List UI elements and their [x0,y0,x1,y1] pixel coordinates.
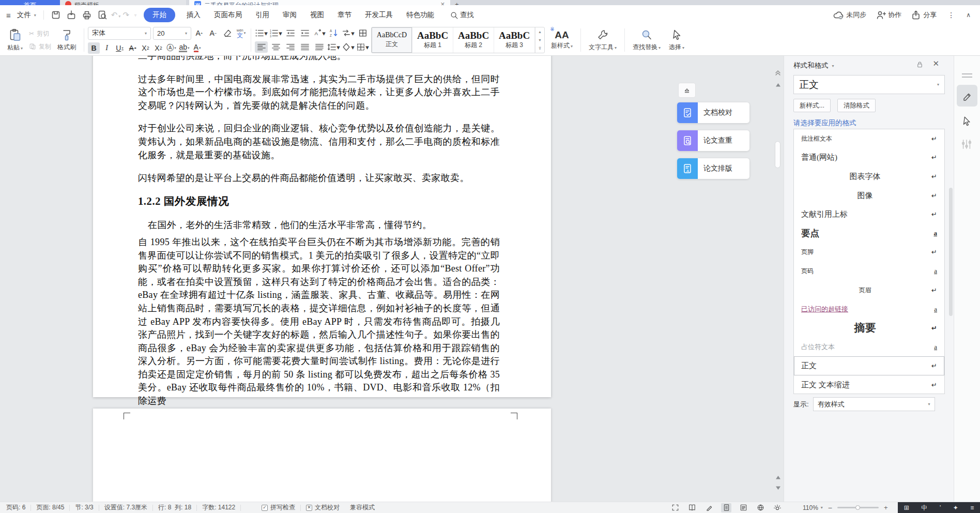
eye-protect-icon[interactable] [772,503,783,512]
doc-proofread-button[interactable]: 文档校对 [677,102,749,123]
file-menu-button[interactable]: 文件▾ [14,8,39,22]
clear-format-button[interactable] [221,27,233,39]
style-item[interactable]: 页码a [794,262,944,281]
menu-tab-9[interactable]: 特色功能 [404,8,436,22]
document-scrollbar[interactable] [773,56,783,502]
tab-docer[interactable]: 稻壳模板 [60,0,186,5]
document-page[interactable]: 二手商品的供应地，而下沉市场正在成为流入地。过去多年时间里，中国电商发展非常迅速… [93,56,551,397]
select-tool-button[interactable] [961,116,972,127]
spell-check-toggle[interactable]: ✓拼写检查 [256,503,300,512]
zoom-out-button[interactable]: − [828,504,832,512]
style-item[interactable]: 摘要↵ [794,319,944,338]
save-button[interactable] [50,9,62,21]
text-tool-button[interactable]: 文字工具▾ [585,26,621,54]
ink-mode-icon[interactable] [704,503,714,512]
ime-tools-icon[interactable]: ✦ [953,505,958,511]
gallery-more-icon[interactable]: ⊽ [535,44,544,53]
customize-toolbar-icon[interactable]: ▿ [134,13,136,18]
previous-page-icon[interactable] [775,476,781,479]
numbered-list-button[interactable]: 123▾ [269,27,282,39]
new-tab-button[interactable]: + [455,1,459,5]
print-preview-button[interactable] [96,9,109,21]
sort-button[interactable]: AZ [327,27,340,39]
line-spacing-button[interactable]: ▾ [327,41,340,53]
format-painter-button[interactable]: 格式刷 [53,26,80,54]
undo-button[interactable]: ↶▾ [111,10,121,20]
sync-status-button[interactable]: 未同步 [830,10,869,20]
collapse-assistant-button[interactable] [678,83,696,98]
menu-tab-5[interactable]: 审阅 [281,8,299,22]
distribute-button[interactable] [313,41,326,53]
ime-chinese-mode-icon[interactable]: 中 [921,505,927,511]
justify-button[interactable] [298,41,311,53]
ime-language-bar[interactable]: ⊞ 中 ’ ✦ ≡ [898,502,980,513]
style-item[interactable]: 图表字体↵ [794,167,944,186]
zoom-in-button[interactable]: + [884,504,888,511]
gallery-scroll-up-icon[interactable]: ▲ [535,27,544,36]
settings-sliders-icon[interactable] [961,139,972,150]
decrease-font-button[interactable]: A− [207,27,219,39]
shading-button[interactable]: ▾ [342,41,355,53]
style-item[interactable]: 要点a [794,224,944,243]
collaborate-button[interactable]: 协作 [873,10,904,20]
style-gallery-cell[interactable]: AaBbC标题 1 [412,27,453,53]
borders-button[interactable]: ▾ [356,41,369,53]
style-item[interactable]: 页脚↵ [794,243,944,262]
tab-table-button[interactable] [356,27,369,39]
show-styles-select[interactable]: 有效样式▾ [813,397,935,411]
next-page-icon[interactable] [775,486,781,490]
highlight-button[interactable]: ab▾ [178,42,190,54]
underline-button[interactable]: U▾ [114,42,126,54]
style-item[interactable]: 正文 文本缩进↵ [794,375,944,394]
show-marks-button[interactable]: ▾ [342,27,355,39]
ime-punctuation-icon[interactable]: ’ [940,505,941,511]
style-gallery-cell[interactable]: AaBbC标题 3 [494,27,535,53]
share-button[interactable]: 分享 [908,10,939,20]
subscript-button[interactable]: X2 [152,42,164,54]
style-gallery-cell[interactable]: AaBbC标题 2 [453,27,494,53]
menu-tab-6[interactable]: 视图 [308,8,326,22]
clear-format-pane-button[interactable]: 清除格式 [837,99,876,112]
font-name-select[interactable]: 宋体▾ [88,27,151,40]
menu-tab-8[interactable]: 开发工具 [363,8,395,22]
text-direction-button[interactable]: A▾ [313,27,326,39]
web-view-icon[interactable] [755,503,765,512]
pane-title[interactable]: 样式和格式▾ [793,61,834,70]
align-right-button[interactable] [284,41,297,53]
style-item[interactable]: 文献引用上标↵ [794,205,944,224]
style-item[interactable]: 批注框文本↵ [794,129,944,148]
redo-button[interactable]: ↷ [122,10,129,20]
style-item[interactable]: 正文↵ [794,356,944,375]
gallery-scroll-down-icon[interactable]: ▼ [535,36,544,44]
align-center-button[interactable] [269,41,282,53]
read-mode-icon[interactable] [687,503,697,512]
page-view-icon[interactable] [721,503,731,512]
menu-tab-4[interactable]: 引用 [253,8,271,22]
paper-check-button[interactable]: 论文查重 [677,130,749,151]
print-button[interactable] [81,9,93,21]
new-style-button[interactable]: ※AA 新样式▾ [547,26,577,54]
increase-font-button[interactable]: A+ [193,27,205,39]
select-button[interactable]: 选择▾ [665,26,688,54]
new-style-pane-button[interactable]: 新样式... [793,99,831,112]
scrollbar-thumb[interactable] [775,141,780,168]
document-next-page[interactable] [93,409,551,502]
pin-pane-icon[interactable] [916,61,924,68]
font-color-button[interactable]: A▾ [191,42,203,54]
find-button[interactable]: 查找 [450,10,474,20]
style-item[interactable]: 页眉↵ [794,281,944,300]
close-tab-icon[interactable]: ✕ [440,1,445,5]
italic-button[interactable]: I [101,42,113,54]
style-gallery-cell[interactable]: AaBbCcD正文 [372,27,412,53]
drag-handle-icon[interactable] [962,73,972,78]
menu-tab-1[interactable]: 开始 [144,8,175,22]
menu-tab-7[interactable]: 章节 [335,8,354,22]
zoom-level-button[interactable]: 110%▾ [803,504,823,511]
style-item[interactable]: 普通(网站)↵ [794,148,944,168]
increase-indent-button[interactable] [298,27,311,39]
menu-tab-3[interactable]: 页面布局 [212,8,244,22]
find-replace-button[interactable]: 查找替换▾ [629,26,665,54]
doc-proof-toggle[interactable]: ✕文档校对 [301,503,345,512]
zoom-slider[interactable] [837,507,879,508]
decrease-indent-button[interactable] [284,27,297,39]
